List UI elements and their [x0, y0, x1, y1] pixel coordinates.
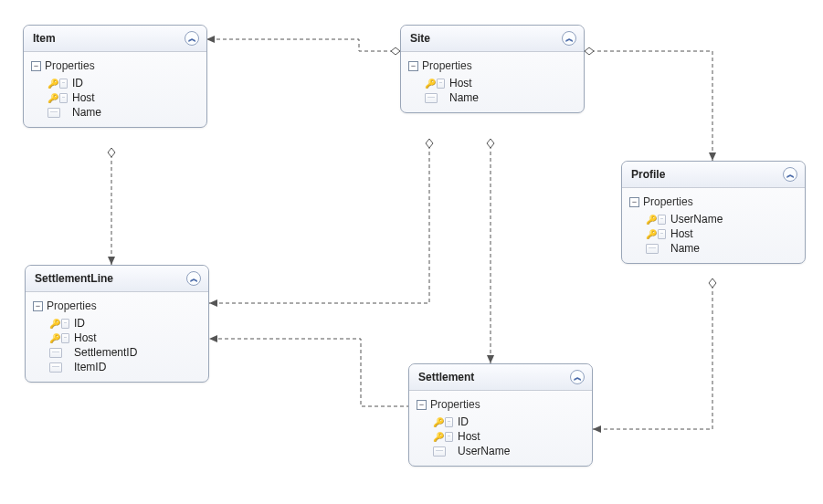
property-row[interactable]: 🔑UserName: [646, 212, 799, 226]
entity-settlement[interactable]: Settlement ︽ − Properties 🔑ID 🔑Host User…: [408, 363, 593, 467]
minus-icon: −: [629, 197, 639, 207]
entity-settlementline-name: SettlementLine: [35, 272, 113, 285]
entity-settlement-title: Settlement ︽: [409, 364, 592, 391]
key-icon: 🔑: [47, 79, 58, 89]
scalar-icon: [49, 348, 62, 358]
property-row[interactable]: 🔑Host: [47, 90, 201, 105]
scalar-icon: [646, 244, 659, 254]
entity-profile[interactable]: Profile ︽ − Properties 🔑UserName 🔑Host N…: [621, 161, 806, 264]
entity-settlement-name: Settlement: [418, 371, 474, 383]
property-row[interactable]: UserName: [433, 444, 586, 458]
key-icon: 🔑: [646, 229, 657, 239]
scalar-icon: [433, 446, 446, 457]
properties-section[interactable]: − Properties: [408, 59, 578, 72]
property-row[interactable]: 🔑Host: [425, 76, 578, 90]
scalar-icon: [445, 432, 453, 442]
scalar-icon: [437, 79, 445, 89]
collapse-icon[interactable]: ︽: [186, 271, 201, 286]
property-row[interactable]: Name: [425, 90, 578, 105]
property-row[interactable]: 🔑ID: [433, 415, 586, 429]
entity-item-name: Item: [33, 32, 56, 45]
key-icon: 🔑: [47, 93, 58, 103]
property-row[interactable]: Name: [47, 105, 201, 120]
scalar-icon: [59, 79, 68, 89]
scalar-icon: [47, 108, 60, 118]
scalar-icon: [49, 362, 62, 373]
property-row[interactable]: 🔑Host: [49, 331, 203, 345]
scalar-icon: [445, 417, 453, 427]
key-icon: 🔑: [433, 417, 444, 427]
key-icon: 🔑: [49, 319, 60, 329]
scalar-icon: [658, 215, 666, 225]
property-row[interactable]: 🔑Host: [646, 226, 799, 241]
scalar-icon: [658, 229, 666, 239]
property-row[interactable]: 🔑Host: [433, 429, 586, 444]
key-icon: 🔑: [433, 432, 444, 442]
property-row[interactable]: 🔑ID: [49, 316, 203, 331]
minus-icon: −: [408, 61, 418, 71]
scalar-icon: [61, 319, 69, 329]
properties-section[interactable]: − Properties: [31, 59, 201, 72]
minus-icon: −: [31, 61, 41, 71]
minus-icon: −: [417, 400, 427, 410]
property-row[interactable]: Name: [646, 241, 799, 256]
key-icon: 🔑: [49, 333, 60, 343]
property-row[interactable]: 🔑ID: [47, 76, 201, 90]
scalar-icon: [59, 93, 68, 103]
scalar-icon: [425, 93, 438, 103]
entity-item-title: Item ︽: [24, 26, 206, 52]
entity-settlementline-title: SettlementLine ︽: [26, 266, 208, 292]
scalar-icon: [61, 333, 69, 343]
entity-profile-name: Profile: [631, 168, 665, 181]
entity-site[interactable]: Site ︽ − Properties 🔑Host Name: [400, 25, 585, 113]
properties-section[interactable]: − Properties: [33, 299, 203, 312]
property-row[interactable]: SettlementID: [49, 345, 203, 360]
entity-settlementline[interactable]: SettlementLine ︽ − Properties 🔑ID 🔑Host …: [25, 265, 209, 383]
collapse-icon[interactable]: ︽: [783, 167, 797, 182]
entity-item[interactable]: Item ︽ − Properties 🔑ID 🔑Host Name: [23, 25, 207, 128]
collapse-icon[interactable]: ︽: [570, 370, 585, 384]
key-icon: 🔑: [646, 215, 657, 225]
collapse-icon[interactable]: ︽: [562, 31, 576, 46]
entity-profile-title: Profile ︽: [622, 162, 805, 188]
minus-icon: −: [33, 301, 43, 311]
property-row[interactable]: ItemID: [49, 360, 203, 374]
entity-site-title: Site ︽: [401, 26, 584, 52]
properties-section[interactable]: − Properties: [629, 195, 799, 208]
properties-section[interactable]: − Properties: [417, 398, 586, 411]
entity-site-name: Site: [410, 32, 430, 45]
collapse-icon[interactable]: ︽: [185, 31, 199, 46]
key-icon: 🔑: [425, 79, 436, 89]
